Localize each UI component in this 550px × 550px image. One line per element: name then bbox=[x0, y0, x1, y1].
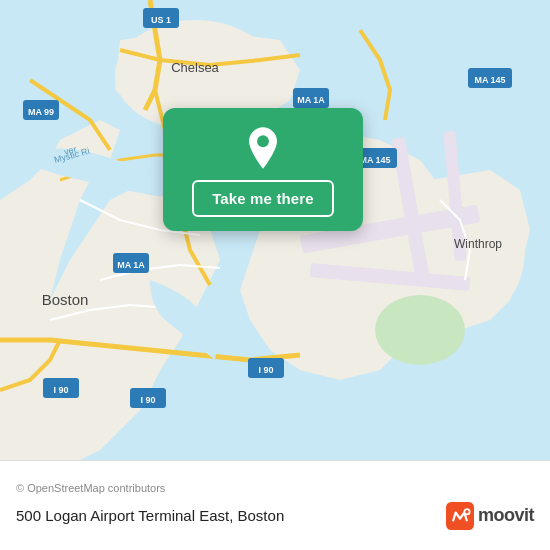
location-name: 500 Logan Airport Terminal East, Boston bbox=[16, 507, 284, 524]
svg-text:MA 1A: MA 1A bbox=[297, 95, 325, 105]
svg-text:Winthrop: Winthrop bbox=[454, 237, 502, 251]
copyright-text: © OpenStreetMap contributors bbox=[16, 482, 534, 494]
svg-point-37 bbox=[257, 135, 269, 147]
svg-text:I 90: I 90 bbox=[53, 385, 68, 395]
svg-text:MA 145: MA 145 bbox=[359, 155, 390, 165]
svg-text:I 90: I 90 bbox=[140, 395, 155, 405]
moovit-logo: moovit bbox=[446, 502, 534, 530]
svg-text:I 90: I 90 bbox=[258, 365, 273, 375]
svg-text:US 1: US 1 bbox=[151, 15, 171, 25]
svg-point-13 bbox=[375, 295, 465, 365]
map-container: US 1 MA 99 MA 1A MA 1A MA 145 MA 145 I 9… bbox=[0, 0, 550, 460]
moovit-brand-text: moovit bbox=[478, 505, 534, 526]
take-me-there-button[interactable]: Take me there bbox=[192, 180, 334, 217]
svg-rect-38 bbox=[446, 502, 474, 530]
location-pin-icon bbox=[241, 126, 285, 170]
location-popup: Take me there bbox=[163, 108, 363, 231]
svg-point-40 bbox=[465, 509, 469, 513]
location-info-row: 500 Logan Airport Terminal East, Boston … bbox=[16, 502, 534, 530]
bottom-bar: © OpenStreetMap contributors 500 Logan A… bbox=[0, 460, 550, 550]
svg-text:Chelsea: Chelsea bbox=[171, 60, 219, 75]
svg-text:Boston: Boston bbox=[42, 291, 89, 308]
svg-text:MA 1A: MA 1A bbox=[117, 260, 145, 270]
moovit-brand-icon bbox=[446, 502, 474, 530]
svg-text:MA 99: MA 99 bbox=[28, 107, 54, 117]
svg-text:MA 145: MA 145 bbox=[474, 75, 505, 85]
